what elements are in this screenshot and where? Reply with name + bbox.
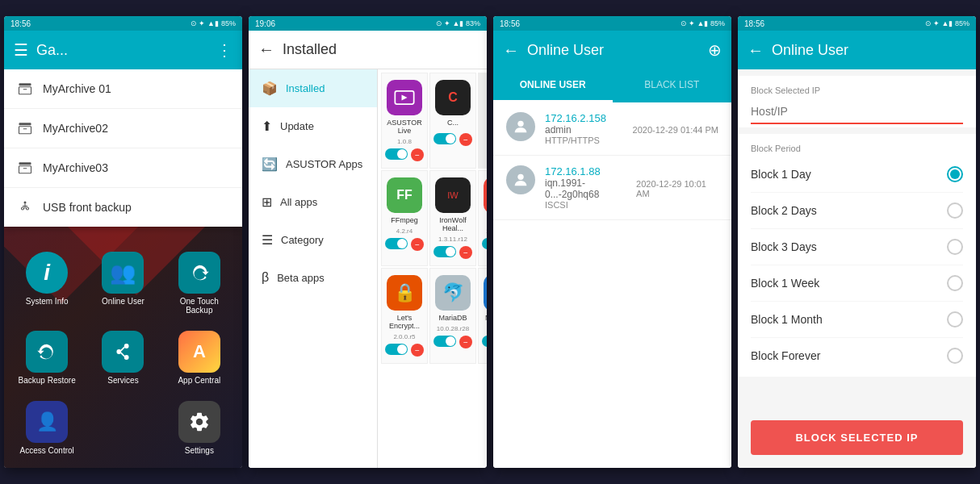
tab-online-user[interactable]: ONLINE USER — [493, 69, 613, 102]
radio-label-1day: Block 1 Day — [751, 168, 811, 181]
appcentral-icon: A — [178, 331, 220, 373]
online-user-icon: 👥 — [102, 252, 144, 294]
app-grid-panel: ASUSTOR Live 1.0.8 − C C... — [378, 69, 487, 468]
toggle-nextcloud[interactable] — [482, 336, 487, 347]
screen2-time: 19:06 — [255, 19, 275, 28]
online-user-content: ONLINE USER BLACK LIST 172.16.2.158 — [493, 69, 731, 468]
services-icon — [102, 331, 144, 373]
beta-icon: β — [262, 270, 269, 285]
screen1-home-content: MyArchive 01 MyArchive02 — [4, 69, 242, 468]
home-app-settings[interactable]: Settings — [163, 394, 236, 461]
screen2-back-button[interactable] — [258, 40, 274, 59]
one-touch-backup-label: One Touch Backup — [166, 297, 232, 315]
user-date-0: 2020-12-29 01:44 PM — [633, 125, 718, 135]
dropdown-item-3[interactable]: USB front backup — [4, 188, 242, 227]
block-selected-ip-button[interactable]: BLOCK SELECTED IP — [751, 420, 963, 455]
screen4-back-button[interactable] — [748, 41, 764, 60]
menu-icon[interactable] — [14, 40, 28, 60]
settings-label: Settings — [185, 446, 214, 455]
dropdown-label-3: USB front backup — [43, 201, 132, 214]
home-app-backup[interactable]: One Touch Backup — [163, 245, 236, 321]
delete-asustorlive[interactable]: − — [411, 148, 424, 161]
allapps-icon: ⊞ — [262, 194, 272, 210]
tab-blacklist[interactable]: BLACK LIST — [613, 69, 732, 102]
mariadb-icon: 🐬 — [435, 275, 471, 311]
archive-icon-1 — [17, 120, 33, 136]
block-ip-section: Block Selected IP — [738, 76, 976, 127]
screen3-wifi-icon[interactable]: ⊕ — [708, 40, 722, 60]
app-cell-c: C C... − — [429, 73, 476, 169]
radio-block-3days[interactable]: Block 3 Days — [751, 229, 963, 265]
svg-rect-3 — [19, 123, 31, 125]
dropdown-item-0[interactable]: MyArchive 01 — [4, 69, 242, 109]
c-icon: C — [435, 80, 471, 115]
access-icon: 👤 — [26, 401, 68, 443]
home-app-sysinfo[interactable]: i System Info — [10, 245, 83, 321]
radio-block-forever[interactable]: Block Forever — [751, 338, 963, 373]
delete-c[interactable]: − — [459, 133, 472, 146]
app-cell-asustorlive: ASUSTOR Live 1.0.8 − — [381, 73, 428, 169]
radio-block-1month[interactable]: Block 1 Month — [751, 302, 963, 338]
screen4-status-bar: 18:56 ⊙ ✦ ▲▮ 85% — [738, 16, 976, 31]
drawer-item-asustor[interactable]: 🔄 ASUSTOR Apps — [249, 145, 377, 183]
svg-rect-4 — [19, 127, 31, 134]
home-app-appcentral[interactable]: A App Central — [163, 324, 236, 391]
block-button-container: BLOCK SELECTED IP — [738, 407, 976, 468]
home-app-empty — [86, 394, 159, 461]
svg-line-15 — [121, 347, 124, 350]
screen4-phone: 18:56 ⊙ ✦ ▲▮ 85% Online User Block Selec… — [738, 16, 976, 468]
toggle-ironwolf[interactable] — [433, 246, 456, 257]
toggle-asustorlive[interactable] — [385, 148, 408, 160]
home-app-services[interactable]: Services — [86, 324, 159, 391]
delete-ironwolf[interactable]: − — [459, 246, 472, 259]
toggle-ffmpeg[interactable] — [385, 238, 408, 249]
drawer-item-beta[interactable]: β Beta apps — [249, 259, 377, 296]
drawer-item-category[interactable]: ☰ Category — [249, 221, 377, 259]
app-cell-nextcloud: ∞ Nextcloud 20.0.1.r01 − — [478, 268, 487, 364]
app-name-ffmpeg: FFmpeg — [391, 216, 418, 224]
screen1-more-icon[interactable] — [216, 40, 232, 60]
radio-block-1day[interactable]: Block 1 Day — [751, 156, 963, 193]
drawer-item-update[interactable]: ⬆ Update — [249, 107, 377, 145]
screen1-phone: 18:56 ⊙ ✦ ▲▮ ⊙ ✦ ⊕ ▲ ▮ 85% 85% Ga... — [4, 16, 242, 468]
drawer-item-allapps[interactable]: ⊞ All apps — [249, 183, 377, 221]
app-name-mariadb: MariaDB — [438, 314, 467, 322]
screen1-status-bar: 18:56 ⊙ ✦ ▲▮ ⊙ ✦ ⊕ ▲ ▮ 85% 85% — [4, 16, 242, 31]
radio-block-2days[interactable]: Block 2 Days — [751, 193, 963, 229]
dropdown-item-2[interactable]: MyArchive03 — [4, 148, 242, 188]
svg-rect-1 — [19, 87, 31, 94]
archive-icon-2 — [17, 160, 33, 176]
home-app-online-user[interactable]: 👥 Online User — [86, 245, 159, 321]
category-icon: ☰ — [262, 232, 273, 248]
toggle-mariadb[interactable] — [433, 336, 456, 347]
radio-block-1week[interactable]: Block 1 Week — [751, 265, 963, 302]
user-protocol-0: HTTP/HTTPS — [545, 136, 718, 145]
delete-mariadb[interactable]: − — [459, 336, 472, 348]
drawer-label-beta: Beta apps — [277, 272, 325, 284]
screen2-title: Installed — [283, 41, 477, 58]
radio-circle-3days — [947, 239, 963, 255]
screen1-time: 18:56 — [10, 19, 31, 28]
drawer-label-category: Category — [281, 234, 324, 246]
usb-icon — [17, 199, 33, 215]
user-item-1[interactable]: 172.16.1.88 iqn.1991-0...-2g0hq68 2020-1… — [493, 156, 731, 220]
delete-letsencrypt[interactable]: − — [411, 344, 424, 357]
drawer-item-installed[interactable]: 📦 Installed — [249, 69, 377, 107]
delete-ffmpeg[interactable]: − — [411, 238, 424, 251]
radio-label-2days: Block 2 Days — [751, 204, 817, 217]
screen3-back-button[interactable] — [503, 41, 519, 60]
toggle-c[interactable] — [433, 133, 456, 144]
radio-label-1week: Block 1 Week — [751, 277, 819, 290]
dropdown-item-1[interactable]: MyArchive02 — [4, 109, 242, 148]
user-item-0[interactable]: 172.16.2.158 admin 2020-12-29 01:44 PM H… — [493, 102, 731, 156]
appcentral-label: App Central — [178, 376, 220, 385]
screen2-phone: 19:06 ⊙ ✦ ▲▮ 83% Installed 📦 Installed ⬆ — [249, 16, 487, 468]
split-view: 📦 Installed ⬆ Update 🔄 ASUSTOR Apps ⊞ Al… — [249, 69, 487, 468]
backup-restore-label: Backup Restore — [19, 376, 76, 385]
toggle-jre[interactable] — [482, 238, 487, 249]
home-app-access[interactable]: 👤 Access Control — [10, 394, 83, 461]
host-ip-input[interactable] — [751, 102, 963, 124]
home-app-restore[interactable]: Backup Restore — [10, 324, 83, 391]
toggle-letsencrypt[interactable] — [385, 344, 408, 355]
screen2-status-icons: ⊙ ✦ ▲▮ 83% — [436, 19, 480, 27]
